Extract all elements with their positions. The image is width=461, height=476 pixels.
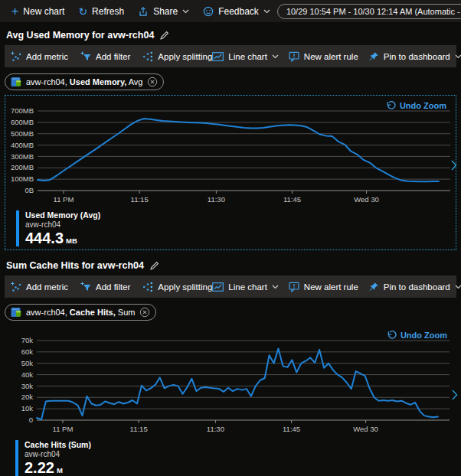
metric-pill[interactable]: avw-rch04, Cache Hits, Sum — [5, 304, 156, 321]
remove-metric-close-icon[interactable] — [139, 307, 150, 318]
metric-pill[interactable]: avw-rch04, Used Memory, Avg — [5, 73, 164, 90]
add-filter-button[interactable]: Add filter — [80, 282, 130, 292]
command-bar-right: Line chart New alert rule Pin to das — [212, 281, 461, 292]
command-bar-left: Add metric Add filter Apply splitting — [11, 51, 212, 62]
pill-aggregation: Avg — [129, 77, 143, 86]
alert-rule-icon — [289, 51, 299, 62]
pill-text: avw-rch04, Cache Hits, Sum — [26, 308, 135, 317]
add-filter-label: Add filter — [96, 52, 130, 61]
new-alert-rule-button[interactable]: New alert rule — [289, 51, 358, 62]
right-edge-chevron-icon[interactable] — [452, 390, 458, 400]
add-metric-icon — [11, 282, 21, 292]
right-edge-chevron-icon[interactable] — [451, 160, 457, 171]
pill-resource: avw-rch04, — [26, 77, 67, 86]
chevron-down-icon — [272, 285, 279, 289]
line-chart-icon — [212, 282, 224, 292]
undo-zoom-link[interactable]: Undo Zoom — [387, 331, 447, 340]
chart-command-bar: Add metric Add filter Apply splitting — [5, 45, 456, 67]
pin-icon — [368, 51, 379, 62]
svg-text:200MB: 200MB — [11, 163, 34, 171]
new-chart-button[interactable]: + New chart — [5, 3, 71, 20]
line-chart-svg: 010k20k30k40k50k60k70k11 PM11:1511:3011:… — [5, 327, 453, 438]
new-chart-label: New chart — [23, 6, 64, 17]
remove-metric-close-icon[interactable] — [147, 77, 158, 87]
svg-text:50k: 50k — [21, 359, 34, 367]
database-resource-icon — [11, 307, 21, 318]
edit-pencil-icon[interactable] — [149, 261, 159, 271]
chevron-down-icon — [263, 9, 270, 14]
svg-text:Wed 30: Wed 30 — [354, 195, 379, 204]
plus-icon: + — [11, 7, 18, 16]
chevron-down-icon — [182, 9, 189, 14]
new-alert-rule-button[interactable]: New alert rule — [289, 282, 358, 292]
svg-text:11:30: 11:30 — [208, 195, 225, 204]
legend-value-row: 2.22 M — [25, 460, 91, 476]
chart-title: Sum Cache Hits for avw-rch04 — [6, 260, 144, 271]
add-metric-button[interactable]: Add metric — [11, 51, 68, 62]
refresh-icon: ↻ — [78, 7, 87, 16]
apply-splitting-label: Apply splitting — [158, 52, 212, 61]
top-toolbar-left: + New chart ↻ Refresh Share — [5, 3, 277, 20]
memory-chart-container: Undo Zoom 0B100MB200MB300MB400MB500MB600… — [5, 95, 456, 250]
apply-splitting-icon — [142, 282, 153, 292]
svg-text:20k: 20k — [21, 393, 34, 401]
share-dropdown[interactable]: Share — [131, 3, 196, 20]
add-metric-button[interactable]: Add metric — [11, 282, 68, 292]
svg-text:11:15: 11:15 — [130, 425, 148, 433]
legend-metric-name: Cache Hits (Sum) — [25, 440, 91, 450]
pill-aggregation: Sum — [118, 308, 136, 317]
apply-splitting-button[interactable]: Apply splitting — [142, 51, 212, 62]
chevron-down-icon — [455, 285, 461, 289]
cache-hits-legend[interactable]: Cache Hits (Sum) avw-rch04 2.22 M — [15, 440, 456, 476]
pin-icon — [368, 282, 379, 292]
svg-text:11:30: 11:30 — [207, 425, 224, 433]
time-range-picker[interactable]: 10/29 10:54 PM - 10/30 12:14 AM (Automat… — [277, 4, 461, 19]
memory-legend[interactable]: Used Memory (Avg) avw-rch04 444.3 MB — [16, 210, 456, 246]
svg-text:60k: 60k — [21, 347, 34, 356]
memory-chart-plot[interactable]: 0B100MB200MB300MB400MB500MB600MB700MB11 … — [5, 97, 456, 210]
chart-type-dropdown[interactable]: Line chart — [212, 51, 279, 62]
svg-text:40k: 40k — [21, 370, 34, 379]
pin-to-dashboard-dropdown[interactable]: Pin to dashboard — [368, 282, 461, 292]
svg-text:70k: 70k — [21, 336, 34, 344]
undo-zoom-link[interactable]: Undo Zoom — [386, 101, 446, 110]
metric-pill-row: avw-rch04, Cache Hits, Sum — [5, 304, 456, 321]
apply-splitting-button[interactable]: Apply splitting — [142, 282, 212, 292]
svg-text:100MB: 100MB — [11, 174, 34, 183]
feedback-smiley-icon — [203, 6, 214, 17]
add-metric-label: Add metric — [26, 282, 68, 292]
legend-value: 444.3 — [25, 230, 64, 246]
chevron-down-icon — [455, 54, 461, 59]
feedback-dropdown[interactable]: Feedback — [196, 3, 277, 20]
feedback-label: Feedback — [218, 6, 259, 17]
chart-title: Avg Used Memory for avw-rch04 — [6, 30, 154, 41]
apply-splitting-icon — [142, 51, 153, 62]
svg-text:11 PM: 11 PM — [54, 195, 74, 204]
chart-section-memory: Avg Used Memory for avw-rch04 Add metric… — [0, 30, 461, 250]
pin-to-dashboard-label: Pin to dashboard — [384, 52, 450, 61]
legend-resource-name: avw-rch04 — [25, 450, 91, 459]
line-chart-icon — [212, 51, 224, 62]
share-label: Share — [153, 6, 178, 17]
edit-pencil-icon[interactable] — [159, 31, 169, 41]
add-filter-button[interactable]: Add filter — [80, 51, 130, 62]
legend-color-bar — [16, 210, 19, 246]
metric-pill-row: avw-rch04, Used Memory, Avg — [5, 73, 456, 90]
chart-type-label: Line chart — [228, 282, 267, 292]
pill-metric: Used Memory, — [70, 77, 126, 86]
chart-type-dropdown[interactable]: Line chart — [212, 282, 279, 292]
legend-color-bar — [15, 440, 18, 476]
svg-text:11 PM: 11 PM — [53, 425, 74, 433]
legend-text: Used Memory (Avg) avw-rch04 444.3 MB — [25, 210, 100, 246]
pin-to-dashboard-dropdown[interactable]: Pin to dashboard — [368, 51, 461, 62]
svg-text:0: 0 — [29, 416, 33, 424]
add-filter-label: Add filter — [96, 282, 130, 292]
add-filter-icon — [80, 51, 91, 62]
chart-command-bar: Add metric Add filter Apply splitting — [5, 275, 456, 298]
legend-metric-name: Used Memory (Avg) — [25, 210, 100, 220]
refresh-button[interactable]: ↻ Refresh — [71, 3, 131, 20]
cache-hits-chart-plot[interactable]: 010k20k30k40k50k60k70k11 PM11:1511:3011:… — [5, 327, 456, 440]
undo-icon — [387, 331, 397, 340]
svg-text:11:15: 11:15 — [131, 195, 149, 204]
svg-text:400MB: 400MB — [11, 141, 34, 149]
